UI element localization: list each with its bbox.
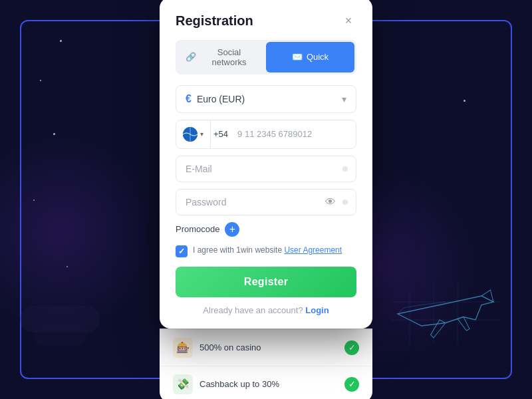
bonus-cashback-check: ✓	[344, 377, 359, 392]
tab-quick[interactable]: ✉️ Quick	[266, 42, 354, 72]
modal-title: Registration	[176, 13, 253, 29]
tab-bar: 🔗 Social networks ✉️ Quick	[176, 40, 356, 74]
checkmark-icon: ✓	[348, 342, 356, 352]
euro-icon: €	[186, 93, 192, 105]
agreement-checkbox[interactable]: ✓	[176, 245, 188, 257]
bonus-cashback-text: Cashback up to 30%	[200, 379, 279, 389]
currency-value: Euro (EUR)	[197, 94, 245, 104]
bonus-casino-check: ✓	[344, 340, 359, 355]
password-input[interactable]	[176, 190, 319, 215]
cashback-icon-wrap: 💸	[173, 374, 193, 394]
flag-icon	[183, 127, 198, 142]
modal-overlay: Registration × 🔗 Social networks ✉️ Quic…	[160, 0, 372, 399]
currency-select[interactable]: € Euro (EUR) ▾	[176, 85, 356, 113]
bonus-casino: 🎰 500% on casino ✓	[160, 329, 372, 366]
cashback-icon: 💸	[176, 378, 190, 390]
casino-icon-wrap: 🎰	[173, 338, 193, 358]
tab-quick-label: Quick	[307, 52, 329, 62]
bonus-cards: 🎰 500% on casino ✓ 💸 Cashback up to 30% …	[160, 329, 372, 400]
agreement-text: I agree with 1win website User Agreement	[193, 245, 342, 256]
email-icon: ✉️	[292, 52, 303, 62]
password-dot	[342, 200, 348, 205]
phone-input[interactable]	[231, 122, 356, 146]
casino-icon: 🎰	[176, 341, 190, 354]
login-row: Already have an account? Login	[176, 305, 356, 315]
tab-social-label: Social networks	[200, 47, 258, 67]
register-button[interactable]: Register	[176, 267, 356, 297]
add-promocode-button[interactable]: +	[225, 222, 239, 237]
plane-decoration	[386, 266, 505, 359]
registration-modal: Registration × 🔗 Social networks ✉️ Quic…	[160, 0, 372, 329]
user-agreement-link[interactable]: User Agreement	[284, 245, 342, 255]
eye-icon[interactable]: 👁	[319, 196, 342, 208]
tab-social[interactable]: 🔗 Social networks	[178, 42, 266, 72]
close-button[interactable]: ×	[340, 13, 356, 29]
social-icon: 🔗	[186, 52, 196, 62]
country-selector[interactable]: ▾	[176, 120, 211, 148]
promocode-label: Promocode	[176, 224, 219, 234]
login-prompt: Already have an account?	[203, 305, 303, 315]
login-link[interactable]: Login	[305, 305, 329, 315]
agreement-row: ✓ I agree with 1win website User Agreeme…	[176, 245, 356, 257]
email-input-wrap	[176, 156, 356, 182]
chevron-flag-icon: ▾	[200, 130, 203, 138]
email-input[interactable]	[176, 156, 342, 182]
bonus-casino-text: 500% on casino	[200, 342, 261, 352]
checkmark-icon-2: ✓	[348, 379, 356, 389]
password-input-wrap: 👁	[176, 189, 356, 215]
modal-header: Registration ×	[176, 13, 356, 29]
check-icon: ✓	[178, 247, 185, 256]
email-dot	[342, 166, 348, 172]
promocode-row: Promocode +	[176, 222, 356, 237]
phone-input-row: ▾ +54	[176, 120, 356, 149]
chevron-down-icon: ▾	[342, 94, 346, 104]
bonus-cashback: 💸 Cashback up to 30% ✓	[160, 366, 372, 400]
phone-code: +54	[211, 129, 231, 139]
